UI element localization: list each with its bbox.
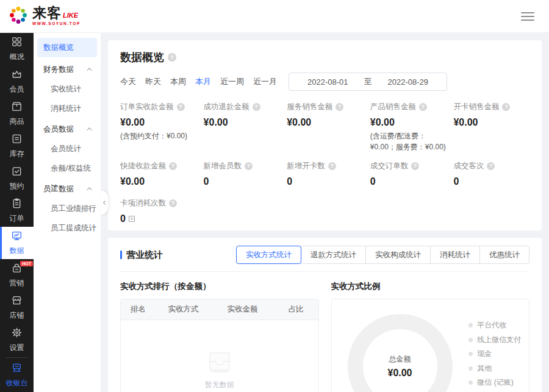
ranking-table: 排名 实收方式 实收金额 占比 暂无数据 xyxy=(120,299,319,392)
sidebar-item-checkout[interactable]: 收银台 xyxy=(0,359,34,391)
submenu-item-staff-commission[interactable]: 员工提成统计 xyxy=(37,218,97,238)
business-stats-card: 营业统计 实收方式统计 退款方式统计 实收构成统计 消耗统计 优惠统计 实收方式… xyxy=(108,238,542,392)
legend-dot xyxy=(468,366,473,371)
sidebar-divider xyxy=(6,357,27,358)
gear-icon xyxy=(11,327,23,340)
filter-this-month[interactable]: 本月 xyxy=(195,76,211,87)
brand-sub: LIKE xyxy=(63,12,78,19)
filter-last-week[interactable]: 近一周 xyxy=(220,76,244,87)
submenu-group-label: 会员数据 xyxy=(43,124,74,135)
legend-label: 平台代收 xyxy=(477,320,506,330)
table-header-row: 排名 实收方式 实收金额 占比 xyxy=(121,299,318,320)
help-icon[interactable]: ? xyxy=(411,162,419,170)
legend-item[interactable]: 现金 xyxy=(468,349,522,359)
date-filter-row: 今天 昨天 本周 本月 近一周 近一月 2022-08-01 至 2022-08… xyxy=(120,73,529,91)
sidebar-item-marketing[interactable]: HOT 营销 xyxy=(0,259,34,291)
filter-today[interactable]: 今天 xyxy=(120,76,136,87)
stat-refund: 成功退款金额? ¥0.00 xyxy=(204,102,280,152)
sidebar-item-settings[interactable]: 设置 xyxy=(0,324,34,356)
tab-refund-method[interactable]: 退款方式统计 xyxy=(301,246,366,264)
date-separator: 至 xyxy=(364,76,372,87)
stat-value: 0 xyxy=(370,176,447,187)
storefront-icon xyxy=(11,294,23,308)
submenu-item-income-stats[interactable]: 实收统计 xyxy=(37,79,97,99)
stat-label: 新增会员数 xyxy=(204,161,242,171)
sidebar-item-orders[interactable]: 订单 xyxy=(0,194,34,227)
sidebar-item-label: 设置 xyxy=(10,343,24,353)
submenu-group-staff[interactable]: 员工数据 xyxy=(37,179,97,199)
legend-dot xyxy=(468,338,473,342)
brand-name: 来客 xyxy=(32,6,62,20)
stat-new-cards: 新增开卡数? 0 xyxy=(287,161,363,187)
monitor-chart-icon xyxy=(11,230,23,243)
filter-this-week[interactable]: 本周 xyxy=(170,76,186,87)
chevron-up-icon xyxy=(87,68,92,73)
sidebar-item-shop[interactable]: 店铺 xyxy=(0,291,34,324)
chevron-left-icon xyxy=(102,200,107,204)
submenu-item-consume-stats[interactable]: 消耗统计 xyxy=(37,99,97,118)
help-icon[interactable]: ? xyxy=(245,162,253,170)
tab-discount-stats[interactable]: 优惠统计 xyxy=(479,246,529,264)
legend-dot xyxy=(468,323,473,327)
sidebar-item-label: 店铺 xyxy=(10,310,24,321)
stat-value: ¥0.00 xyxy=(370,117,447,128)
data-overview-card: 数据概览 ? 今天 昨天 本周 本月 近一周 近一月 2022-08-01 至 … xyxy=(108,40,542,230)
cash-register-icon xyxy=(11,362,23,376)
section-title: 营业统计 xyxy=(126,249,163,261)
sidebar-item-label: 概况 xyxy=(10,52,24,62)
stat-value: ¥0.00 xyxy=(204,117,280,128)
sidebar-item-label: 收银台 xyxy=(6,378,28,388)
help-icon[interactable]: ? xyxy=(177,103,185,111)
help-icon[interactable]: ? xyxy=(253,103,260,111)
stat-label: 产品销售金额 xyxy=(370,102,416,112)
filter-yesterday[interactable]: 昨天 xyxy=(145,76,161,87)
tab-consume-stats[interactable]: 消耗统计 xyxy=(430,246,480,264)
sidebar-item-members[interactable]: 会员 xyxy=(0,65,34,98)
help-icon[interactable]: ? xyxy=(168,53,176,62)
submenu-item-data-overview[interactable]: 数据概览 xyxy=(37,38,97,57)
help-icon[interactable]: ? xyxy=(419,103,427,111)
sidebar-item-overview[interactable]: 概况 xyxy=(0,33,34,65)
legend-item[interactable]: 线上微信支付 xyxy=(468,335,522,345)
submenu-group-finance[interactable]: 财务数据 xyxy=(37,60,97,79)
sidebar-collapse-handle[interactable] xyxy=(101,190,108,215)
sidebar-item-appointments[interactable]: 预约 xyxy=(0,162,34,194)
stat-value: ¥0.00 xyxy=(120,117,196,128)
legend-item[interactable]: 微信 (记账) xyxy=(468,377,522,388)
help-icon[interactable]: ? xyxy=(169,199,177,207)
submenu-group-member[interactable]: 会员数据 xyxy=(37,119,97,139)
stats-tab-group: 实收方式统计 退款方式统计 实收构成统计 消耗统计 优惠统计 xyxy=(237,246,529,264)
brand-logo[interactable]: 来客 LIKE WWW.SOYUN.TOP xyxy=(7,4,81,29)
sidebar-item-data[interactable]: 数据 xyxy=(0,227,34,259)
help-icon[interactable]: ? xyxy=(336,103,343,111)
date-range-input[interactable]: 2022-08-01 至 2022-08-29 xyxy=(289,73,447,91)
legend-item[interactable]: 平台代收 xyxy=(468,320,522,330)
help-icon[interactable]: ? xyxy=(169,162,177,170)
sidebar-item-label: 营销 xyxy=(10,278,24,288)
legend-label: 现金 xyxy=(477,349,492,359)
records-icon[interactable] xyxy=(128,215,135,223)
content-area: 数据概览 ? 今天 昨天 本周 本月 近一周 近一月 2022-08-01 至 … xyxy=(101,33,549,392)
help-icon[interactable]: ? xyxy=(502,103,510,111)
primary-sidebar: 概况 会员 商品 库存 预约 xyxy=(0,33,34,392)
sidebar-item-inventory[interactable]: 库存 xyxy=(0,130,34,162)
menu-icon[interactable] xyxy=(521,10,534,23)
filter-last-month[interactable]: 近一月 xyxy=(253,76,277,87)
stat-value: 0 xyxy=(120,213,126,224)
help-icon[interactable]: ? xyxy=(328,162,336,170)
chart-legend: 平台代收 线上微信支付 现金 其他 微信 (记账) 支付宝 (记账) POS机 … xyxy=(468,320,522,392)
proportion-chart: 总金额 ¥0.00 平台代收 线上微信支付 现金 其他 微信 (记账) 支付宝 … xyxy=(331,299,530,392)
submenu-item-staff-ranking[interactable]: 员工业绩排行 xyxy=(37,199,97,218)
tab-income-method[interactable]: 实收方式统计 xyxy=(236,246,301,264)
help-icon[interactable]: ? xyxy=(487,162,495,170)
chevron-up-icon xyxy=(87,127,92,132)
legend-dot xyxy=(468,380,473,385)
stat-customer-visits: 成交客次? 0 xyxy=(453,161,529,187)
submenu-item-balance-stats[interactable]: 余额/权益统计 xyxy=(37,159,97,178)
legend-item[interactable]: 其他 xyxy=(468,363,522,374)
submenu-item-member-stats[interactable]: 会员统计 xyxy=(37,139,97,159)
stat-value: ¥0.00 xyxy=(453,117,529,128)
tab-income-composition[interactable]: 实收构成统计 xyxy=(365,246,431,264)
sidebar-item-products[interactable]: 商品 xyxy=(0,98,34,130)
ranking-title: 实收方式排行（按金额） xyxy=(120,281,319,292)
